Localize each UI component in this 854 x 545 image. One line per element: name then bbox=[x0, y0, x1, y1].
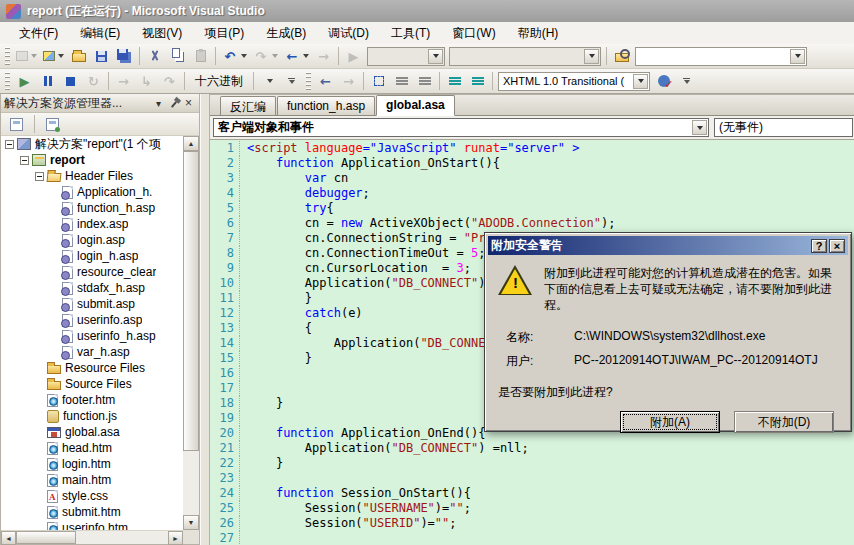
display-formatting-button[interactable] bbox=[367, 71, 390, 92]
hex-display-button[interactable]: 十六进制 bbox=[188, 71, 250, 92]
decrease-indent-button[interactable] bbox=[390, 71, 413, 92]
toolbar-overflow-button[interactable] bbox=[280, 71, 303, 92]
tree-item-stdafx_h.asp[interactable]: stdafx_h.asp bbox=[1, 280, 183, 296]
copy-button[interactable] bbox=[166, 46, 189, 67]
undo-button[interactable]: ↶ bbox=[219, 46, 250, 67]
properties-button[interactable] bbox=[5, 114, 28, 135]
scroll-up-icon[interactable]: ▲ bbox=[183, 136, 199, 151]
tree-item-userinfo_h.asp[interactable]: userinfo_h.asp bbox=[1, 328, 183, 344]
tree-item-footer.htm[interactable]: footer.htm bbox=[1, 392, 183, 408]
tree-item-login_h.asp[interactable]: login_h.asp bbox=[1, 248, 183, 264]
comment-lines-button[interactable] bbox=[443, 71, 466, 92]
navigate-backward-button[interactable]: ← bbox=[281, 46, 312, 67]
menu-item-4[interactable]: 生成(B) bbox=[257, 22, 315, 45]
attach-button[interactable]: 附加(A) bbox=[620, 411, 720, 433]
stop-debugging-button[interactable] bbox=[59, 71, 82, 92]
save-button[interactable] bbox=[90, 46, 113, 67]
tree-item-source-files[interactable]: Source Files bbox=[1, 376, 183, 392]
scroll-left-icon[interactable]: ◄ bbox=[1, 531, 16, 545]
breakpoints-window-button[interactable] bbox=[257, 71, 280, 92]
add-new-item-button[interactable] bbox=[40, 46, 67, 67]
panel-pin-icon[interactable] bbox=[166, 96, 181, 110]
tree-item--report-1-[interactable]: 解决方案"report"(1 个项 bbox=[1, 136, 183, 152]
tree-expander-icon[interactable] bbox=[5, 140, 14, 149]
tree-horizontal-scrollbar[interactable]: ◄ ► bbox=[1, 530, 183, 544]
show-next-statement-button[interactable]: → bbox=[112, 71, 135, 92]
menu-item-8[interactable]: 帮助(H) bbox=[509, 22, 568, 45]
add-project-button[interactable] bbox=[13, 46, 40, 67]
menu-item-1[interactable]: 编辑(E) bbox=[71, 22, 129, 45]
object-dropdown[interactable]: 客户端对象和事件 bbox=[213, 118, 709, 137]
panel-splitter[interactable] bbox=[200, 94, 210, 545]
hscroll-thumb[interactable] bbox=[16, 531, 76, 544]
save-all-button[interactable] bbox=[113, 46, 136, 67]
tree-item-index.asp[interactable]: index.asp bbox=[1, 216, 183, 232]
tree-expander-icon[interactable] bbox=[35, 172, 44, 181]
menu-item-2[interactable]: 视图(V) bbox=[133, 22, 191, 45]
tree-item-login.htm[interactable]: login.htm bbox=[1, 456, 183, 472]
paste-button[interactable] bbox=[189, 46, 212, 67]
event-dropdown[interactable]: (无事件) bbox=[714, 118, 853, 137]
tree-vertical-scrollbar[interactable]: ▲ ▼ bbox=[183, 136, 199, 530]
step-into-button[interactable]: ↳ bbox=[135, 71, 158, 92]
tree-item-application_h.[interactable]: Application_h. bbox=[1, 184, 183, 200]
restart-button[interactable]: ↻ bbox=[82, 71, 105, 92]
tree-item-style.css[interactable]: style.css bbox=[1, 488, 183, 504]
scroll-down-icon[interactable]: ▼ bbox=[183, 515, 199, 530]
tree-item-resource-files[interactable]: Resource Files bbox=[1, 360, 183, 376]
doctype-combo[interactable]: XHTML 1.0 Transitional ( bbox=[498, 72, 650, 91]
panel-close-icon[interactable]: × bbox=[181, 96, 196, 110]
tree-item-report[interactable]: report bbox=[1, 152, 183, 168]
tree-item-global.asa[interactable]: global.asa bbox=[1, 424, 183, 440]
menu-item-0[interactable]: 文件(F) bbox=[10, 22, 67, 45]
dropdown-arrow-icon[interactable] bbox=[428, 49, 443, 64]
dropdown-arrow-icon[interactable] bbox=[692, 120, 707, 135]
redo-button[interactable]: ↷ bbox=[250, 46, 281, 67]
window-titlebar[interactable]: report (正在运行) - Microsoft Visual Studio bbox=[0, 0, 854, 22]
tree-item-function_h.asp[interactable]: function_h.asp bbox=[1, 200, 183, 216]
tree-item-submit.htm[interactable]: submit.htm bbox=[1, 504, 183, 520]
navigate-backward-button-2[interactable]: ← bbox=[314, 71, 337, 92]
start-debug-button[interactable]: ▶ bbox=[342, 46, 365, 67]
tree-item-login.asp[interactable]: login.asp bbox=[1, 232, 183, 248]
continue-button[interactable]: ▶ bbox=[13, 71, 36, 92]
dialog-help-icon[interactable]: ? bbox=[811, 239, 827, 253]
break-all-button[interactable] bbox=[36, 71, 59, 92]
tab-function_h.asp[interactable]: function_h.asp bbox=[277, 96, 375, 115]
menu-item-3[interactable]: 项目(P) bbox=[195, 22, 253, 45]
dialog-titlebar[interactable]: 附加安全警告 ? × bbox=[488, 236, 848, 255]
toolbar-overflow-button-2[interactable] bbox=[675, 71, 698, 92]
toolbar-combo-1[interactable] bbox=[367, 47, 445, 66]
menu-item-7[interactable]: 窗口(W) bbox=[443, 22, 504, 45]
dropdown-arrow-icon[interactable] bbox=[633, 74, 648, 89]
tab-global.asa[interactable]: global.asa bbox=[376, 95, 455, 116]
panel-menu-chevron-icon[interactable]: ▾ bbox=[151, 96, 166, 110]
tree-item-main.htm[interactable]: main.htm bbox=[1, 472, 183, 488]
tree-expander-icon[interactable] bbox=[20, 156, 29, 165]
accessibility-check-button[interactable] bbox=[652, 71, 675, 92]
navigate-forward-button[interactable]: → bbox=[312, 46, 335, 67]
increase-indent-button[interactable] bbox=[413, 71, 436, 92]
find-in-files-button[interactable] bbox=[610, 46, 633, 67]
tree-item-header-files[interactable]: Header Files bbox=[1, 168, 183, 184]
menu-item-5[interactable]: 调试(D) bbox=[319, 22, 378, 45]
scroll-thumb[interactable] bbox=[183, 151, 199, 451]
dropdown-arrow-icon[interactable] bbox=[584, 49, 599, 64]
cut-button[interactable] bbox=[143, 46, 166, 67]
tree-item-resource_clear[interactable]: resource_clear bbox=[1, 264, 183, 280]
tree-item-userinfo.htm[interactable]: userinfo.htm bbox=[1, 520, 183, 530]
tab--[interactable]: 反汇编 bbox=[220, 96, 276, 115]
dialog-close-icon[interactable]: × bbox=[829, 239, 845, 253]
tree-item-var_h.asp[interactable]: var_h.asp bbox=[1, 344, 183, 360]
scroll-right-icon[interactable]: ► bbox=[168, 531, 183, 545]
toolbar-combo-2[interactable] bbox=[449, 47, 601, 66]
menu-item-6[interactable]: 工具(T) bbox=[382, 22, 439, 45]
uncomment-lines-button[interactable] bbox=[466, 71, 489, 92]
tree-item-head.htm[interactable]: head.htm bbox=[1, 440, 183, 456]
navigate-forward-button-2[interactable]: → bbox=[337, 71, 360, 92]
dont-attach-button[interactable]: 不附加(D) bbox=[734, 411, 834, 433]
tree-item-userinfo.asp[interactable]: userinfo.asp bbox=[1, 312, 183, 328]
tree-item-submit.asp[interactable]: submit.asp bbox=[1, 296, 183, 312]
refresh-button[interactable] bbox=[41, 114, 64, 135]
step-over-button[interactable]: ↷ bbox=[158, 71, 181, 92]
